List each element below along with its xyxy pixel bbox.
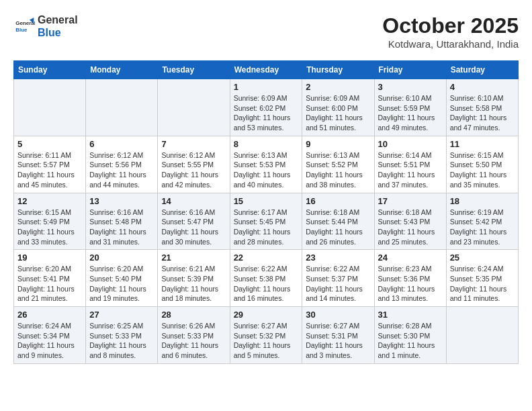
calendar-cell: 23Sunrise: 6:22 AM Sunset: 5:37 PM Dayli…: [302, 250, 374, 307]
calendar-cell: 5Sunrise: 6:11 AM Sunset: 5:57 PM Daylig…: [14, 136, 86, 193]
day-info: Sunrise: 6:26 AM Sunset: 5:33 PM Dayligh…: [161, 321, 226, 361]
calendar-cell: 16Sunrise: 6:18 AM Sunset: 5:44 PM Dayli…: [302, 193, 374, 250]
logo-icon: General Blue: [13, 15, 35, 37]
weekday-header: Friday: [374, 61, 446, 79]
day-number: 4: [450, 82, 515, 92]
weekday-header: Tuesday: [158, 61, 230, 79]
day-info: Sunrise: 6:16 AM Sunset: 5:48 PM Dayligh…: [89, 208, 154, 247]
day-number: 24: [378, 253, 443, 263]
calendar-cell: 1Sunrise: 6:09 AM Sunset: 6:02 PM Daylig…: [230, 79, 302, 136]
day-info: Sunrise: 6:16 AM Sunset: 5:47 PM Dayligh…: [161, 208, 226, 247]
weekday-header: Monday: [86, 61, 158, 79]
day-number: 10: [378, 139, 443, 149]
day-info: Sunrise: 6:10 AM Sunset: 5:58 PM Dayligh…: [450, 93, 515, 133]
day-info: Sunrise: 6:18 AM Sunset: 5:44 PM Dayligh…: [306, 208, 370, 247]
day-number: 13: [89, 196, 154, 206]
calendar-week: 1Sunrise: 6:09 AM Sunset: 6:02 PM Daylig…: [14, 79, 519, 136]
day-info: Sunrise: 6:25 AM Sunset: 5:33 PM Dayligh…: [89, 321, 154, 361]
calendar-cell: 8Sunrise: 6:13 AM Sunset: 5:53 PM Daylig…: [230, 136, 302, 193]
calendar-cell: 20Sunrise: 6:20 AM Sunset: 5:40 PM Dayli…: [86, 250, 158, 307]
calendar-cell: [86, 79, 158, 136]
day-info: Sunrise: 6:14 AM Sunset: 5:51 PM Dayligh…: [378, 150, 443, 190]
calendar-cell: [14, 79, 86, 136]
day-number: 23: [306, 253, 370, 263]
calendar-week: 26Sunrise: 6:24 AM Sunset: 5:34 PM Dayli…: [14, 307, 519, 364]
weekday-header: Wednesday: [230, 61, 302, 79]
day-number: 7: [161, 139, 226, 149]
title-block: October 2025 Kotdwara, Uttarakhand, Indi…: [382, 13, 519, 50]
day-number: 30: [306, 310, 370, 320]
calendar-cell: [446, 307, 518, 364]
day-info: Sunrise: 6:12 AM Sunset: 5:55 PM Dayligh…: [161, 150, 226, 190]
day-number: 8: [234, 139, 299, 149]
day-info: Sunrise: 6:27 AM Sunset: 5:32 PM Dayligh…: [234, 321, 299, 361]
calendar-cell: 15Sunrise: 6:17 AM Sunset: 5:45 PM Dayli…: [230, 193, 302, 250]
day-info: Sunrise: 6:13 AM Sunset: 5:53 PM Dayligh…: [234, 150, 299, 190]
day-number: 20: [89, 253, 154, 263]
day-number: 11: [450, 139, 515, 149]
calendar-cell: 4Sunrise: 6:10 AM Sunset: 5:58 PM Daylig…: [446, 79, 518, 136]
location: Kotdwara, Uttarakhand, India: [382, 38, 519, 50]
calendar-cell: 9Sunrise: 6:13 AM Sunset: 5:52 PM Daylig…: [302, 136, 374, 193]
day-info: Sunrise: 6:22 AM Sunset: 5:37 PM Dayligh…: [306, 264, 370, 304]
calendar-cell: 24Sunrise: 6:23 AM Sunset: 5:36 PM Dayli…: [374, 250, 446, 307]
calendar-cell: 30Sunrise: 6:27 AM Sunset: 5:31 PM Dayli…: [302, 307, 374, 364]
weekday-header: Saturday: [446, 61, 518, 79]
logo-blue-text: Blue: [38, 26, 78, 39]
day-info: Sunrise: 6:17 AM Sunset: 5:45 PM Dayligh…: [234, 208, 299, 247]
day-info: Sunrise: 6:13 AM Sunset: 5:52 PM Dayligh…: [306, 150, 370, 190]
day-info: Sunrise: 6:12 AM Sunset: 5:56 PM Dayligh…: [89, 150, 154, 190]
day-info: Sunrise: 6:22 AM Sunset: 5:38 PM Dayligh…: [234, 264, 299, 304]
day-info: Sunrise: 6:21 AM Sunset: 5:39 PM Dayligh…: [161, 264, 226, 304]
calendar-cell: 27Sunrise: 6:25 AM Sunset: 5:33 PM Dayli…: [86, 307, 158, 364]
calendar-week: 19Sunrise: 6:20 AM Sunset: 5:41 PM Dayli…: [14, 250, 519, 307]
calendar-cell: 3Sunrise: 6:10 AM Sunset: 5:59 PM Daylig…: [374, 79, 446, 136]
calendar-cell: 22Sunrise: 6:22 AM Sunset: 5:38 PM Dayli…: [230, 250, 302, 307]
month-title: October 2025: [382, 13, 519, 38]
calendar-cell: 26Sunrise: 6:24 AM Sunset: 5:34 PM Dayli…: [14, 307, 86, 364]
day-info: Sunrise: 6:09 AM Sunset: 6:00 PM Dayligh…: [306, 93, 370, 133]
calendar-cell: 31Sunrise: 6:28 AM Sunset: 5:30 PM Dayli…: [374, 307, 446, 364]
calendar-cell: 18Sunrise: 6:19 AM Sunset: 5:42 PM Dayli…: [446, 193, 518, 250]
calendar-cell: 13Sunrise: 6:16 AM Sunset: 5:48 PM Dayli…: [86, 193, 158, 250]
day-number: 21: [161, 253, 226, 263]
day-info: Sunrise: 6:20 AM Sunset: 5:41 PM Dayligh…: [17, 264, 82, 304]
calendar-cell: 12Sunrise: 6:15 AM Sunset: 5:49 PM Dayli…: [14, 193, 86, 250]
day-number: 15: [234, 196, 299, 206]
page-header: General Blue General Blue October 2025 K…: [13, 13, 519, 50]
calendar-week: 12Sunrise: 6:15 AM Sunset: 5:49 PM Dayli…: [14, 193, 519, 250]
day-number: 18: [450, 196, 515, 206]
day-number: 31: [378, 310, 443, 320]
logo: General Blue General Blue: [13, 13, 78, 39]
day-info: Sunrise: 6:19 AM Sunset: 5:42 PM Dayligh…: [450, 208, 515, 247]
calendar-cell: 21Sunrise: 6:21 AM Sunset: 5:39 PM Dayli…: [158, 250, 230, 307]
day-info: Sunrise: 6:28 AM Sunset: 5:30 PM Dayligh…: [378, 321, 443, 361]
day-info: Sunrise: 6:09 AM Sunset: 6:02 PM Dayligh…: [234, 93, 299, 133]
calendar-cell: 19Sunrise: 6:20 AM Sunset: 5:41 PM Dayli…: [14, 250, 86, 307]
day-number: 3: [378, 82, 443, 92]
day-info: Sunrise: 6:20 AM Sunset: 5:40 PM Dayligh…: [89, 264, 154, 304]
day-number: 6: [89, 139, 154, 149]
calendar-cell: 28Sunrise: 6:26 AM Sunset: 5:33 PM Dayli…: [158, 307, 230, 364]
calendar-cell: 2Sunrise: 6:09 AM Sunset: 6:00 PM Daylig…: [302, 79, 374, 136]
calendar-cell: [158, 79, 230, 136]
day-number: 27: [89, 310, 154, 320]
day-info: Sunrise: 6:24 AM Sunset: 5:34 PM Dayligh…: [17, 321, 82, 361]
day-number: 29: [234, 310, 299, 320]
day-number: 9: [306, 139, 370, 149]
calendar-cell: 14Sunrise: 6:16 AM Sunset: 5:47 PM Dayli…: [158, 193, 230, 250]
calendar-cell: 10Sunrise: 6:14 AM Sunset: 5:51 PM Dayli…: [374, 136, 446, 193]
calendar-cell: 17Sunrise: 6:18 AM Sunset: 5:43 PM Dayli…: [374, 193, 446, 250]
day-number: 22: [234, 253, 299, 263]
calendar-week: 5Sunrise: 6:11 AM Sunset: 5:57 PM Daylig…: [14, 136, 519, 193]
weekday-header: Thursday: [302, 61, 374, 79]
day-info: Sunrise: 6:11 AM Sunset: 5:57 PM Dayligh…: [17, 150, 82, 190]
day-info: Sunrise: 6:27 AM Sunset: 5:31 PM Dayligh…: [306, 321, 370, 361]
day-info: Sunrise: 6:15 AM Sunset: 5:49 PM Dayligh…: [17, 208, 82, 247]
day-number: 28: [161, 310, 226, 320]
day-info: Sunrise: 6:23 AM Sunset: 5:36 PM Dayligh…: [378, 264, 443, 304]
day-number: 1: [234, 82, 299, 92]
calendar-table: SundayMondayTuesdayWednesdayThursdayFrid…: [13, 60, 519, 364]
logo-general-text: General: [38, 13, 78, 26]
calendar-cell: 11Sunrise: 6:15 AM Sunset: 5:50 PM Dayli…: [446, 136, 518, 193]
